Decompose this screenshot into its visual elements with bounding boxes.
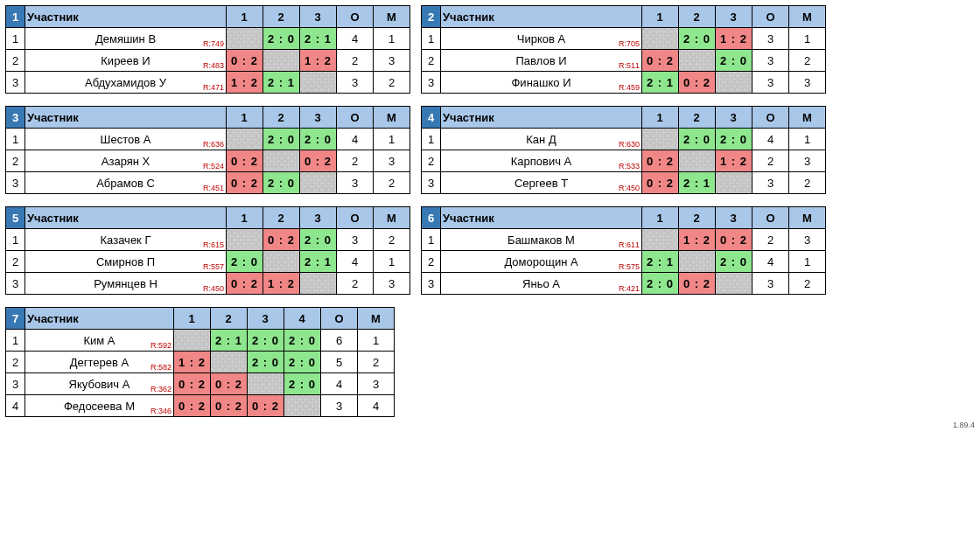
player-row: 3Румянцев НR:4500 : 21 : 223 — [6, 273, 410, 295]
place-cell: 3 — [789, 72, 826, 94]
group-header-row: 4Участник123ОМ — [422, 107, 826, 129]
col-place: М — [789, 207, 826, 229]
player-name-cell: Абдухамидов УR:471 — [25, 72, 227, 94]
points-cell: 3 — [337, 229, 374, 251]
col-participant: Участник — [441, 6, 642, 28]
points-cell: 3 — [752, 172, 789, 194]
col-points: О — [752, 107, 789, 129]
place-cell: 3 — [374, 273, 410, 295]
player-row: 2Азарян ХR:5240 : 20 : 223 — [6, 150, 410, 172]
score-cell: 0 : 2 — [174, 395, 211, 417]
group-header-row: 2Участник123ОМ — [422, 6, 826, 28]
points-cell: 4 — [321, 373, 358, 395]
group-number: 5 — [6, 207, 25, 229]
player-name: Финашко И — [511, 76, 570, 89]
score-cell: 0 : 2 — [642, 172, 679, 194]
group-table-3: 3Участник123ОМ1Шестов АR:6362 : 02 : 041… — [5, 106, 410, 194]
col-opponent-3: 3 — [248, 308, 284, 330]
player-name: Доморощин А — [504, 255, 578, 268]
player-name: Чирков А — [517, 32, 565, 45]
player-row: 3Абдухамидов УR:4711 : 22 : 132 — [6, 72, 410, 94]
player-name-cell: Киреев ИR:483 — [25, 50, 227, 72]
col-opponent-2: 2 — [211, 308, 248, 330]
score-cell: 2 : 0 — [248, 352, 284, 373]
place-cell: 2 — [358, 352, 395, 373]
player-rating: R:459 — [619, 83, 640, 92]
player-name: Федосеева М — [64, 400, 135, 413]
player-rating: R:615 — [203, 240, 224, 249]
group-table-2: 2Участник123ОМ1Чирков АR:7052 : 01 : 231… — [421, 5, 826, 94]
player-rating: R:346 — [150, 407, 172, 415]
points-cell: 3 — [752, 50, 789, 72]
points-cell: 2 — [752, 229, 789, 251]
player-name-cell: Карпович АR:533 — [441, 150, 642, 172]
self-cell — [642, 129, 679, 150]
player-name-cell: Абрамов СR:451 — [25, 172, 227, 194]
self-cell — [679, 150, 716, 172]
player-name-cell: Демяшин ВR:749 — [25, 28, 227, 50]
player-name-cell: Федосеева МR:346 — [25, 395, 174, 417]
score-cell: 0 : 2 — [174, 373, 211, 395]
player-row: 1Башмаков МR:6111 : 20 : 223 — [422, 229, 826, 251]
score-cell: 0 : 2 — [263, 229, 300, 251]
player-name: Демяшин В — [95, 32, 156, 45]
player-rating: R:575 — [619, 262, 640, 271]
player-row: 1Демяшин ВR:7492 : 02 : 141 — [6, 28, 410, 50]
player-name: Башмаков М — [508, 233, 575, 247]
player-name-cell: Доморощин АR:575 — [441, 251, 642, 273]
score-cell: 2 : 0 — [716, 129, 752, 150]
player-row: 3Финашко ИR:4592 : 10 : 233 — [422, 72, 826, 94]
score-cell: 0 : 2 — [211, 395, 248, 417]
self-cell — [300, 172, 337, 194]
col-participant: Участник — [441, 107, 642, 129]
points-cell: 4 — [337, 28, 374, 50]
player-row: 1Шестов АR:6362 : 02 : 041 — [6, 129, 410, 150]
col-participant: Участник — [25, 308, 174, 330]
row-number: 1 — [6, 28, 25, 50]
version-label: 1.89.4 — [5, 421, 975, 429]
self-cell — [716, 273, 752, 295]
place-cell: 2 — [789, 172, 826, 194]
col-opponent-2: 2 — [263, 107, 300, 129]
player-name: Киреев И — [101, 54, 150, 67]
self-cell — [642, 28, 679, 50]
score-cell: 0 : 2 — [642, 50, 679, 72]
player-name: Дегтерев А — [70, 356, 129, 369]
score-cell: 2 : 1 — [300, 251, 337, 273]
score-cell: 2 : 0 — [284, 352, 321, 373]
player-rating: R:582 — [150, 363, 172, 372]
player-rating: R:451 — [203, 184, 224, 192]
place-cell: 1 — [789, 28, 826, 50]
player-name: Кан Д — [526, 133, 556, 146]
score-cell: 0 : 2 — [716, 229, 752, 251]
place-cell: 1 — [789, 251, 826, 273]
score-cell: 2 : 0 — [716, 251, 752, 273]
score-cell: 2 : 0 — [716, 50, 752, 72]
score-cell: 2 : 1 — [642, 72, 679, 94]
group-table-5: 5Участник123ОМ1Казачек ГR:6150 : 22 : 03… — [5, 206, 410, 295]
player-rating: R:524 — [203, 162, 224, 171]
place-cell: 2 — [374, 172, 410, 194]
self-cell — [263, 50, 300, 72]
player-name: Румянцев Н — [94, 277, 158, 290]
player-rating: R:450 — [619, 184, 640, 192]
player-name-cell: Смирнов ПR:557 — [25, 251, 227, 273]
self-cell — [642, 229, 679, 251]
score-cell: 2 : 1 — [679, 172, 716, 194]
row-number: 1 — [422, 129, 441, 150]
player-name-cell: Сергеев ТR:450 — [441, 172, 642, 194]
score-cell: 0 : 2 — [227, 172, 263, 194]
score-cell: 2 : 0 — [284, 373, 321, 395]
group-header-row: 7Участник1234ОМ — [6, 308, 395, 330]
col-opponent-3: 3 — [716, 107, 752, 129]
player-name: Якубович А — [69, 378, 130, 391]
place-cell: 1 — [374, 251, 410, 273]
player-name: Смирнов П — [96, 255, 155, 268]
col-place: М — [358, 308, 395, 330]
col-opponent-1: 1 — [227, 207, 263, 229]
player-name-cell: Дегтерев АR:582 — [25, 352, 174, 373]
points-cell: 3 — [752, 72, 789, 94]
score-cell: 0 : 2 — [248, 395, 284, 417]
score-cell: 2 : 1 — [642, 251, 679, 273]
row-number: 1 — [422, 28, 441, 50]
